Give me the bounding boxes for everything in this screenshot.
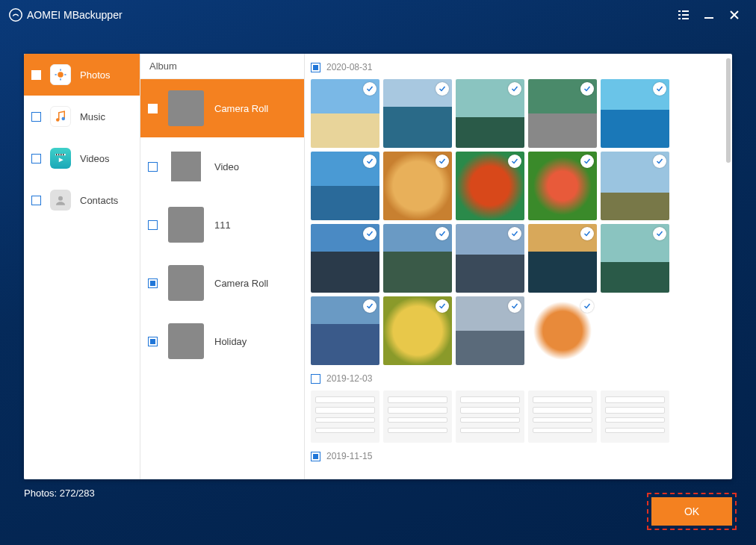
album-thumb <box>168 265 204 301</box>
check-icon[interactable] <box>508 299 521 313</box>
checkbox[interactable] <box>148 220 158 230</box>
photo-thumb[interactable] <box>383 79 452 148</box>
checkbox[interactable] <box>311 374 320 384</box>
photo-thumb[interactable] <box>528 152 597 220</box>
app-title: AOMEI MBackupper <box>27 9 123 21</box>
album-item[interactable]: 111 <box>140 196 304 254</box>
photo-grid <box>311 79 725 365</box>
check-icon[interactable] <box>580 299 594 313</box>
check-icon[interactable] <box>653 155 666 168</box>
photo-grid <box>311 390 725 443</box>
checkbox[interactable] <box>31 112 41 122</box>
checkbox[interactable] <box>148 278 158 288</box>
photo-thumb[interactable] <box>528 296 597 365</box>
photo-thumb[interactable] <box>383 224 452 293</box>
photo-thumb[interactable] <box>528 224 597 293</box>
minimize-button[interactable] <box>696 4 722 26</box>
album-item[interactable]: Camera Roll <box>140 254 304 312</box>
photo-thumb[interactable] <box>311 296 379 365</box>
sidebar-item-music[interactable]: Music <box>24 96 140 137</box>
photo-thumb[interactable] <box>528 79 597 148</box>
svg-rect-4 <box>682 14 689 16</box>
group-header[interactable]: 2020-08-31 <box>311 58 725 76</box>
sidebar-item-contacts[interactable]: Contacts <box>24 179 140 221</box>
photo-thumb[interactable] <box>528 390 597 443</box>
checkbox[interactable] <box>31 196 41 205</box>
photo-thumb[interactable] <box>456 296 524 365</box>
photo-group: 2019-12-03 <box>311 370 725 443</box>
check-icon[interactable] <box>508 155 521 168</box>
svg-rect-1 <box>678 10 681 12</box>
status-text: Photos: 272/283 <box>24 488 95 499</box>
checkbox[interactable] <box>31 154 41 164</box>
check-icon[interactable] <box>436 82 449 96</box>
ok-button[interactable]: OK <box>651 497 732 526</box>
group-header[interactable]: 2019-11-15 <box>311 447 725 465</box>
photo-main[interactable]: 2020-08-312019-12-032019-11-15 <box>305 54 732 479</box>
photo-thumb[interactable] <box>456 152 524 220</box>
list-view-button[interactable] <box>671 4 696 26</box>
sidebar-item-label: Contacts <box>80 195 118 206</box>
check-icon[interactable] <box>436 299 449 313</box>
checkbox[interactable] <box>148 337 158 346</box>
photo-thumb[interactable] <box>311 152 379 220</box>
check-icon[interactable] <box>363 155 377 168</box>
checkbox[interactable] <box>148 162 158 172</box>
svg-rect-19 <box>63 154 64 155</box>
checkbox[interactable] <box>311 63 320 72</box>
album-item[interactable]: Camera Roll <box>140 79 304 137</box>
photo-thumb[interactable] <box>456 79 524 148</box>
album-column: Album Camera RollVideo111Camera RollHoli… <box>140 54 305 479</box>
check-icon[interactable] <box>580 155 594 168</box>
sidebar-item-videos[interactable]: Videos <box>24 137 140 179</box>
album-list: Camera RollVideo111Camera RollHoliday <box>140 79 304 479</box>
scrollbar[interactable] <box>726 58 731 163</box>
close-button[interactable] <box>722 4 747 26</box>
check-icon[interactable] <box>436 155 449 168</box>
photo-thumb[interactable] <box>311 79 379 148</box>
checkbox[interactable] <box>31 70 41 80</box>
photo-thumb[interactable] <box>383 296 452 365</box>
photo-thumb[interactable] <box>383 152 452 220</box>
music-icon <box>50 106 71 127</box>
check-icon[interactable] <box>653 82 666 96</box>
album-name: Video <box>214 161 239 172</box>
check-icon[interactable] <box>436 227 449 240</box>
photo-thumb[interactable] <box>601 224 669 293</box>
album-item[interactable]: Holiday <box>140 312 304 370</box>
group-date: 2020-08-31 <box>326 62 372 72</box>
album-name: 111 <box>214 219 231 231</box>
photo-thumb[interactable] <box>311 390 379 443</box>
album-name: Holiday <box>214 336 247 347</box>
album-name: Camera Roll <box>214 278 268 289</box>
svg-point-20 <box>58 196 63 201</box>
check-icon[interactable] <box>508 82 521 96</box>
photo-thumb[interactable] <box>383 390 452 443</box>
svg-rect-16 <box>56 154 58 155</box>
photo-thumb[interactable] <box>601 390 669 443</box>
check-icon[interactable] <box>580 227 594 240</box>
photo-thumb[interactable] <box>311 224 379 293</box>
check-icon[interactable] <box>363 227 377 240</box>
svg-point-13 <box>56 118 60 122</box>
album-item[interactable]: Video <box>140 137 304 196</box>
check-icon[interactable] <box>580 82 594 96</box>
check-icon[interactable] <box>363 299 377 313</box>
app-logo-icon <box>9 8 22 22</box>
check-icon[interactable] <box>508 227 521 240</box>
album-header: Album <box>140 54 304 79</box>
svg-rect-6 <box>682 18 689 19</box>
photo-thumb[interactable] <box>601 79 669 148</box>
checkbox[interactable] <box>148 104 158 113</box>
check-icon[interactable] <box>363 82 377 96</box>
photo-thumb[interactable] <box>456 224 524 293</box>
checkbox[interactable] <box>311 452 320 461</box>
photo-thumb[interactable] <box>456 390 524 443</box>
content-panel: PhotosMusicVideosContacts Album Camera R… <box>24 54 732 479</box>
album-thumb <box>168 90 204 126</box>
group-header[interactable]: 2019-12-03 <box>311 370 725 387</box>
svg-rect-2 <box>682 10 689 12</box>
photo-thumb[interactable] <box>601 152 669 220</box>
check-icon[interactable] <box>653 227 666 240</box>
sidebar-item-photos[interactable]: Photos <box>24 54 140 96</box>
